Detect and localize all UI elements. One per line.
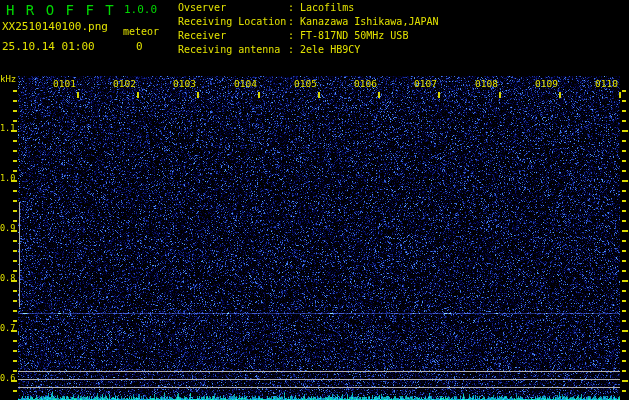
receiver-value: FT-817ND 50MHz USB xyxy=(300,30,408,41)
y-axis-label: 0.7 xyxy=(0,324,15,334)
y-axis-label: 0.9 xyxy=(0,224,15,234)
y-axis-unit-label: kHz xyxy=(0,74,16,84)
x-axis-label: 0105 xyxy=(293,79,317,90)
separator: : xyxy=(288,30,294,41)
antenna-row: Receiving antenna:2ele HB9CY xyxy=(178,44,360,56)
y-axis-label: 0.8 xyxy=(0,274,15,284)
x-axis-label: 0110 xyxy=(594,79,618,90)
spectrogram-canvas xyxy=(0,0,629,400)
y-axis-label: 1.1 xyxy=(0,124,15,134)
x-axis-label: 0101 xyxy=(52,79,76,90)
location-row: Receiving Location:Kanazawa Ishikawa,JAP… xyxy=(178,16,439,28)
separator: : xyxy=(288,44,294,55)
observer-row: Ovserver:Lacofilms xyxy=(178,2,354,14)
x-axis-label: 0107 xyxy=(413,79,437,90)
record-datetime: 25.10.14 01:00 xyxy=(2,41,95,54)
x-axis-label: 0108 xyxy=(474,79,498,90)
separator: : xyxy=(288,16,294,27)
receiver-row: Receiver:FT-817ND 50MHz USB xyxy=(178,30,408,42)
hrofft-window: H R O F F T 1.0.0 XX2510140100.png meteo… xyxy=(0,0,629,400)
receiver-label: Receiver xyxy=(178,30,288,42)
app-title: H R O F F T xyxy=(6,2,115,18)
app-version: 1.0.0 xyxy=(124,4,157,17)
antenna-value: 2ele HB9CY xyxy=(300,44,360,55)
observer-value: Lacofilms xyxy=(300,2,354,13)
meteor-count: 0 xyxy=(136,41,143,54)
x-axis-label: 0103 xyxy=(172,79,196,90)
observer-label: Ovserver xyxy=(178,2,288,14)
x-axis-label: 0104 xyxy=(233,79,257,90)
location-value: Kanazawa Ishikawa,JAPAN xyxy=(300,16,438,27)
mode-label: meteor xyxy=(123,26,159,38)
location-label: Receiving Location xyxy=(178,16,288,28)
antenna-label: Receiving antenna xyxy=(178,44,288,56)
x-axis-label: 0109 xyxy=(534,79,558,90)
separator: : xyxy=(288,2,294,13)
y-axis-label: 1.0 xyxy=(0,174,15,184)
y-axis-label: 0.6 xyxy=(0,374,15,384)
output-filename: XX2510140100.png xyxy=(2,21,108,34)
x-axis-label: 0106 xyxy=(353,79,377,90)
x-axis-label: 0102 xyxy=(112,79,136,90)
